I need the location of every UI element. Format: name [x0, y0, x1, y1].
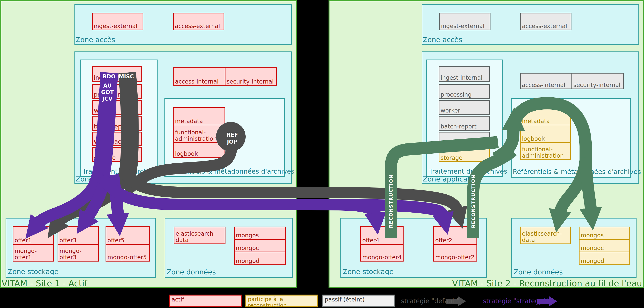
node-label: mongoc — [581, 245, 604, 251]
node-label: ingest-external — [441, 23, 484, 29]
site2-elasticsearch-data: elasticsearch-data — [520, 227, 571, 244]
node-label: logbook — [522, 136, 545, 142]
site2-mongo-offer4: mongo-offer4 — [360, 244, 404, 261]
legend-strategyall-label: stratégie "strategyAll" — [483, 297, 554, 305]
legend-default-label: stratégie "default" — [401, 297, 460, 305]
site2-title: VITAM - Site 2 - Reconstruction au fil d… — [452, 278, 642, 288]
site2-logbook: logbook — [520, 125, 571, 143]
node-label: storage — [440, 155, 462, 161]
node-label: batch-report — [440, 123, 476, 130]
node-label: mongo-offer2 — [435, 254, 474, 260]
node-label: elasticsearch-data — [522, 231, 569, 243]
node-label: functional-administration — [522, 146, 569, 159]
vitam-architecture-diagram: ingest-external access-external Zone acc… — [0, 0, 644, 308]
site2-ingest-external: ingest-external — [439, 13, 490, 30]
legend-actif: actif — [169, 294, 242, 307]
site2-ingest-internal: ingest-internal — [439, 66, 490, 82]
legend-passif: passif (éteint) — [322, 294, 395, 307]
site2-zone-applicative-label: Zone applicative — [423, 175, 480, 183]
node-label: offer2 — [435, 237, 452, 243]
site2-processing: processing — [439, 84, 490, 99]
node-label: worker — [440, 108, 460, 114]
site2-referentiels-label: Référentiels & métadonnées d'archives — [513, 168, 641, 175]
node-label: access-internal — [522, 82, 565, 88]
site2-offer2: offer2 — [433, 226, 477, 245]
legend-passif-label: passif (éteint) — [325, 296, 364, 303]
site2-offer4: offer4 — [360, 226, 404, 245]
site2-workspace: workspace — [439, 132, 490, 146]
site2-group: ingest-external access-external Zone acc… — [0, 0, 644, 308]
site2-access-internal: access-internal — [520, 73, 572, 89]
node-label: ingest-internal — [440, 75, 482, 81]
site2-mongod: mongod — [579, 251, 630, 265]
site2-metadata: metadata — [520, 107, 571, 125]
site2-mongo-offer2: mongo-offer2 — [433, 244, 477, 261]
node-label: workspace — [440, 139, 472, 145]
site2-access-external: access-external — [520, 13, 572, 30]
site2-mongoc: mongoc — [579, 239, 630, 252]
node-label: mongos — [581, 232, 604, 238]
site2-security-internal: security-internal — [572, 73, 624, 89]
node-label: offer4 — [362, 237, 380, 243]
node-label: metadata — [522, 118, 550, 124]
node-label: mongo-offer4 — [362, 254, 402, 260]
legend-actif-label: actif — [172, 296, 184, 303]
node-label: processing — [440, 92, 472, 98]
site2-zone-stockage-label: Zone stockage — [343, 268, 394, 275]
site2-storage: storage — [439, 147, 490, 162]
legend-participe-label: participe à la reconstructionau fil de l… — [248, 296, 316, 308]
node-label: access-external — [522, 23, 567, 29]
site2-mongos: mongos — [579, 227, 630, 240]
site2-worker: worker — [439, 100, 490, 115]
legend-participe: participe à la reconstructionau fil de l… — [246, 294, 318, 307]
node-label: security-internal — [574, 82, 620, 88]
site2-zone-donnees-label: Zone données — [514, 268, 563, 276]
node-label: mongod — [581, 258, 604, 264]
site2-functional-administration: functional-administration — [520, 142, 571, 160]
site2-traitement-label: Traitement des archives — [429, 167, 507, 175]
site2-batch-report: batch-report — [439, 116, 490, 131]
site2-zone-acces-label: Zone accès — [423, 36, 462, 44]
